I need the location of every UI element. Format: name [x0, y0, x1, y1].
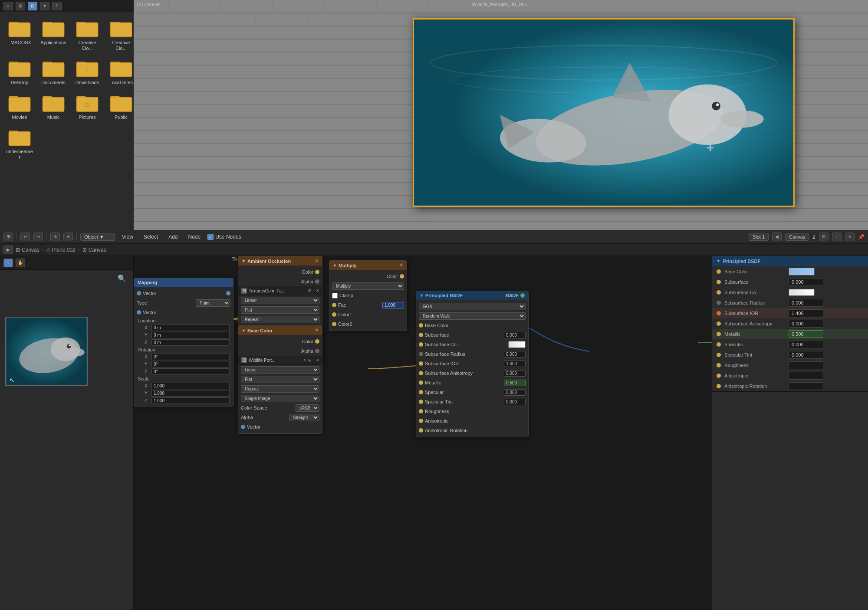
slot-selector[interactable]: Slot 1: [749, 233, 769, 241]
principled-subsurface-input[interactable]: [504, 332, 526, 338]
principled-specular-input[interactable]: [504, 389, 526, 396]
node-editor-icon1[interactable]: ⊞: [819, 233, 829, 241]
base-color-alpha-select[interactable]: Straight: [289, 414, 319, 421]
viewport-cursor: ✛: [707, 143, 714, 153]
folder-item-macosx[interactable]: _MACOSX: [4, 16, 35, 53]
multiply-mode-select[interactable]: Multiply: [332, 282, 404, 290]
canvas-selector[interactable]: Canvas: [785, 233, 809, 241]
sort-button[interactable]: ▼: [40, 2, 49, 10]
mapping-rotation-x-input[interactable]: [151, 354, 230, 360]
breadcrumb-plane[interactable]: ◇ Plane.002: [46, 247, 76, 253]
principled-collapse-icon[interactable]: ▼: [420, 293, 424, 298]
object-mode-dropdown[interactable]: Object ▼: [80, 233, 115, 241]
multiply-collapse-icon[interactable]: ▼: [333, 263, 337, 268]
base-color-collapse-icon[interactable]: ▼: [242, 328, 246, 333]
folder-item-local-sites[interactable]: Local Sites: [106, 56, 134, 87]
prop-base-color-swatch[interactable]: [789, 268, 815, 275]
folder-item-documents[interactable]: Documents: [38, 56, 69, 87]
principled-subsurface-ior-input[interactable]: [504, 361, 526, 367]
select-tool-button[interactable]: ↖: [3, 259, 13, 267]
base-color-repeat-select[interactable]: Repeat: [241, 385, 319, 393]
breadcrumb-canvas2[interactable]: ⊞ Canvas: [82, 247, 106, 253]
list-view-button[interactable]: ≡: [3, 2, 13, 10]
folder-item-public[interactable]: Public: [106, 91, 134, 122]
slot-prev-button[interactable]: ◀: [772, 233, 782, 241]
ao-collapse-icon[interactable]: ▼: [242, 259, 246, 263]
view-menu[interactable]: View: [118, 233, 137, 241]
base-color-colorspace-select[interactable]: sRGB: [296, 404, 319, 412]
breadcrumb-canvas[interactable]: ⊞ Canvas: [16, 247, 39, 253]
search-icon[interactable]: 🔍: [118, 274, 126, 282]
prop-subsurface-ior-input[interactable]: [789, 309, 823, 317]
principled-metallic-input[interactable]: [504, 380, 526, 386]
folder-item-music[interactable]: ♪ Music: [38, 91, 69, 122]
principled-ggx-select[interactable]: GGX: [419, 303, 526, 310]
ao-close-button[interactable]: ✕: [315, 258, 319, 264]
grid-view-button[interactable]: ⊞: [16, 2, 25, 10]
use-nodes-checkbox[interactable]: ✓: [207, 234, 214, 240]
grid-view-active-button[interactable]: ⊟: [28, 2, 37, 10]
mode-icon[interactable]: ⊞: [3, 233, 13, 241]
principled-specular-tint-input[interactable]: [504, 399, 526, 405]
prop-specular-tint-input[interactable]: [789, 351, 823, 359]
principled-subsurface-color-swatch[interactable]: [508, 341, 526, 348]
viewport-background[interactable]: ✛: [134, 0, 868, 230]
ao-repeat-select[interactable]: Repeat: [241, 316, 319, 323]
mapping-rotation-y-input[interactable]: [151, 361, 230, 367]
principled-subsurface-aniso-input[interactable]: [504, 370, 526, 377]
mapping-type-select[interactable]: Point: [196, 299, 230, 307]
base-color-close-button[interactable]: ✕: [315, 328, 319, 333]
close-editor-button[interactable]: ✕: [845, 233, 855, 241]
folder-item-movies[interactable]: Movies: [4, 91, 35, 122]
principled-subsurface-radius-input[interactable]: [504, 351, 526, 357]
redo-button[interactable]: ↪: [33, 233, 43, 241]
filter-button[interactable]: Y: [52, 2, 62, 10]
mapping-scale-y-input[interactable]: [151, 390, 230, 397]
folder-item-pictures[interactable]: 🖼 Pictures: [72, 91, 102, 122]
ao-interpolation-select[interactable]: Linear: [241, 297, 319, 304]
folder-item-underbeamer[interactable]: underbeamer: [4, 125, 35, 162]
prop-anisotropic-input[interactable]: [789, 372, 823, 380]
folder-item-creative2[interactable]: Creative Clo...: [106, 16, 134, 53]
use-nodes-toggle[interactable]: ✓ Use Nodes: [207, 234, 241, 240]
prop-subsurface-color-swatch[interactable]: [789, 289, 815, 296]
prop-specular-input[interactable]: [789, 341, 823, 348]
folder-item-desktop[interactable]: Desktop: [4, 56, 35, 87]
mapping-scale-x-input[interactable]: [151, 383, 230, 389]
mapping-location-z-input[interactable]: [151, 339, 230, 346]
add-menu[interactable]: Add: [165, 233, 181, 241]
grab-tool-button[interactable]: ✋: [16, 259, 25, 267]
mapping-location-x-input[interactable]: [151, 325, 230, 331]
prop-subsurface-aniso-input[interactable]: [789, 320, 823, 328]
principled-bsdf-prop-header[interactable]: ▼ Principled BSDF: [712, 256, 868, 266]
node-menu[interactable]: Node: [185, 233, 204, 241]
principled-random-walk-select[interactable]: Random Walk: [419, 312, 526, 320]
transform-button[interactable]: ✦: [63, 233, 73, 241]
multiply-fac-input[interactable]: [382, 302, 404, 308]
select-menu[interactable]: Select: [140, 233, 161, 241]
breadcrumb-back-button[interactable]: ▶: [3, 246, 13, 254]
snap-button[interactable]: ⊕: [50, 233, 60, 241]
base-color-ext-select[interactable]: Flat: [241, 376, 319, 383]
prop-subsurface-radius-input[interactable]: [789, 299, 823, 307]
svg-rect-14: [110, 23, 132, 37]
folder-item-applications[interactable]: Applications: [38, 16, 69, 53]
folder-item-creative1[interactable]: Creative Clo...: [72, 16, 102, 53]
multiply-close-button[interactable]: ✕: [399, 262, 403, 268]
prop-subsurface-input[interactable]: [789, 278, 823, 286]
prop-roughness-input[interactable]: [789, 361, 823, 369]
mapping-rotation-z-input[interactable]: [151, 368, 230, 375]
mapping-scale-z-input[interactable]: [151, 397, 230, 404]
folder-item-downloads[interactable]: ↓ Downloads: [72, 56, 102, 87]
prop-aniso-rotation-input[interactable]: [789, 382, 823, 390]
node-editor-icon2[interactable]: ↑: [832, 233, 842, 241]
multiply-clamp-checkbox[interactable]: [332, 293, 338, 298]
prop-metallic-input[interactable]: [789, 330, 823, 338]
pin-icon[interactable]: 📌: [858, 234, 865, 240]
mapping-location-y-input[interactable]: [151, 332, 230, 338]
base-color-source-select[interactable]: Single Image: [241, 395, 319, 402]
slot-number: 2: [812, 234, 815, 240]
ao-extension-select[interactable]: Flat: [241, 306, 319, 314]
undo-button[interactable]: ↩: [20, 233, 30, 241]
base-color-interp-select[interactable]: Linear: [241, 366, 319, 374]
